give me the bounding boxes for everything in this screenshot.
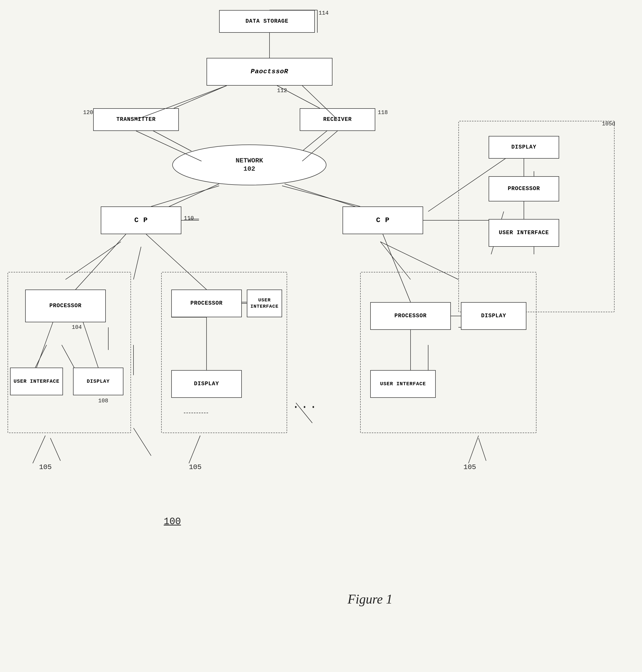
- display-right-box: DISPLAY: [461, 302, 526, 330]
- ref-120: 120: [83, 109, 93, 116]
- user-interface-mid-box: USER INTERFACE: [247, 289, 282, 317]
- figure-100-label: 100: [164, 516, 181, 527]
- user-interface-left-box: USER INTERFACE: [10, 367, 63, 395]
- ref-108: 108: [98, 398, 108, 404]
- svg-line-9: [133, 247, 141, 280]
- transmitter-box: TRANSMITTER: [93, 108, 179, 131]
- processor-top-box: PaoctssoR: [206, 58, 332, 86]
- group-right-bottom: [360, 272, 537, 433]
- display-top-right-box: DISPLAY: [489, 136, 559, 159]
- figure-1-label: Figure 1: [348, 592, 393, 607]
- display-left-box: DISPLAY: [73, 367, 124, 395]
- ref-114: 114: [319, 10, 329, 16]
- processor-right-box: PROCESSOR: [370, 302, 451, 330]
- network-ellipse: NETWORK 102: [171, 143, 328, 186]
- svg-line-1: [174, 86, 227, 108]
- display-mid-box: DISPLAY: [171, 370, 242, 398]
- ref-105-left-bottom: 105: [39, 463, 52, 471]
- ref-105d: 105d: [602, 121, 615, 127]
- ref-110: 110: [184, 215, 194, 222]
- svg-point-29: [172, 145, 326, 185]
- ref-118: 118: [378, 109, 388, 116]
- svg-text:NETWORK: NETWORK: [235, 157, 263, 165]
- ref-105-mid-bottom: 105: [189, 463, 202, 471]
- processor-left-box: PROCESSOR: [25, 289, 106, 322]
- dots-label: ...: [292, 398, 318, 411]
- user-interface-right-box: USER INTERFACE: [370, 370, 436, 398]
- ref-112: 112: [277, 88, 287, 94]
- user-interface-top-right-box: USER INTERFACE: [489, 219, 559, 247]
- ref-104: 104: [72, 324, 82, 331]
- svg-text:102: 102: [244, 165, 255, 173]
- processor-mid-box: PROCESSOR: [171, 289, 242, 317]
- cp-left-box: C P: [101, 206, 181, 234]
- processor-top-right-box: PROCESSOR: [489, 176, 559, 202]
- cp-right-box: C P: [343, 206, 423, 234]
- receiver-box: RECEIVER: [300, 108, 375, 131]
- svg-line-22: [50, 438, 61, 461]
- data-storage-box: DATA STORAGE: [219, 10, 315, 33]
- ref-105-right-bottom: 105: [463, 463, 476, 471]
- diagram-container: DATA STORAGE 114 PaoctssoR 112 TRANSMITT…: [0, 0, 642, 672]
- svg-line-23: [133, 428, 151, 456]
